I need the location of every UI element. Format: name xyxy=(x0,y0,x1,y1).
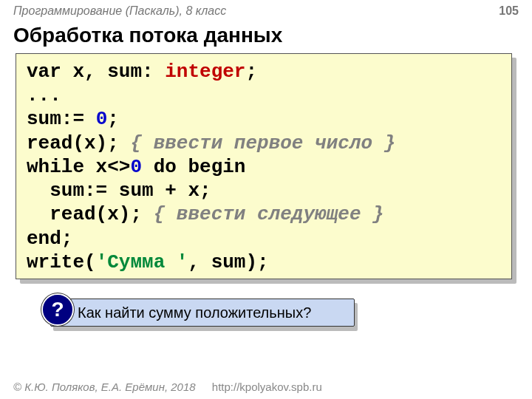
page-number: 105 xyxy=(499,4,519,18)
code-keyword-type: integer xyxy=(165,61,245,83)
code-comment: { ввести первое число } xyxy=(130,132,395,154)
footer-url: http://kpolyakov.spb.ru xyxy=(212,381,322,393)
code-text: read(x); xyxy=(27,132,130,154)
course-label: Программирование (Паскаль), 8 класс xyxy=(13,4,226,18)
code-number: 0 xyxy=(130,156,142,178)
question-text: Как найти сумму положительных? xyxy=(78,304,311,321)
code-text: do begin xyxy=(142,156,245,178)
code-text: ; xyxy=(107,108,119,130)
code-string: 'Сумма ' xyxy=(96,251,188,273)
code-text: , sum); xyxy=(188,251,268,273)
code-text: ; xyxy=(245,61,257,83)
footer: © К.Ю. Поляков, Е.А. Ерёмин, 2018 http:/… xyxy=(13,381,322,393)
code-text: write( xyxy=(27,251,96,273)
code-text: end; xyxy=(27,228,72,250)
code-text: sum:= xyxy=(27,108,96,130)
topbar: Программирование (Паскаль), 8 класс 105 xyxy=(13,4,519,18)
question-badge: ? xyxy=(41,293,74,326)
code-text: while x<> xyxy=(27,156,130,178)
code-box: var x, sum: integer; ... sum:= 0; read(x… xyxy=(16,53,512,279)
page-title: Обработка потока данных xyxy=(13,24,282,47)
slide: Программирование (Паскаль), 8 класс 105 … xyxy=(0,0,532,399)
code-number: 0 xyxy=(96,108,108,130)
code-text: read(x); xyxy=(27,203,154,225)
question-mark-icon: ? xyxy=(51,298,64,321)
code-text: sum:= sum + x; xyxy=(27,180,211,202)
code-comment: { ввести следующее } xyxy=(154,203,384,225)
code-text: ... xyxy=(27,84,61,106)
question-box: Как найти сумму положительных? xyxy=(50,299,355,327)
footer-authors: © К.Ю. Поляков, Е.А. Ерёмин, 2018 xyxy=(13,381,196,393)
code-text: var x, sum: xyxy=(27,61,165,83)
